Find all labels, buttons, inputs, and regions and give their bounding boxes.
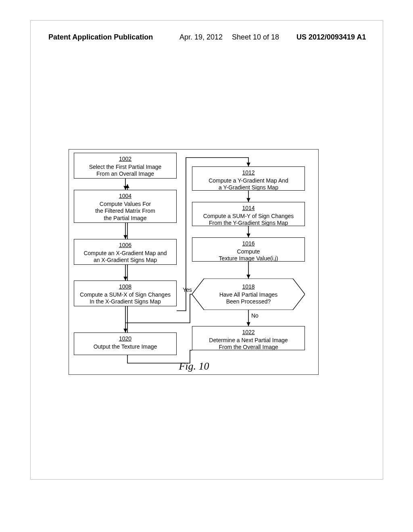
publication-type: Patent Application Publication [48, 33, 153, 42]
step-1012: 1012 Compute a Y-Gradient Map Anda Y-Gra… [192, 166, 305, 191]
step-1022: 1022 Determine a Next Partial ImageFrom … [192, 326, 305, 350]
decision-1018: 1018 Have All Partial ImagesBeen Process… [192, 278, 305, 310]
step-text: Compute a Y-Gradient Map Anda Y-Gradient… [209, 177, 288, 191]
step-text: Output the Texture Image [94, 343, 157, 350]
step-text: Compute a SUM-Y of Sign ChangesFrom the … [203, 213, 294, 227]
step-ref: 1016 [195, 240, 302, 247]
publication-number: US 2012/0093419 A1 [296, 33, 366, 42]
decision-yes-label: Yes [183, 287, 192, 293]
step-text: Have All Partial ImagesBeen Processed? [219, 291, 278, 305]
sheet-number: Sheet 10 of 18 [232, 33, 279, 42]
step-ref: 1022 [195, 329, 302, 336]
step-1002: 1002 Select the First Partial ImageFrom … [74, 153, 177, 179]
step-ref: 1002 [77, 156, 174, 163]
step-1008: 1008 Compute a SUM-X of Sign ChangesIn t… [74, 281, 177, 306]
step-text: Compute Values Forthe Filtered Matrix Fr… [95, 201, 155, 221]
step-text: Select the First Partial ImageFrom an Ov… [89, 164, 162, 177]
step-ref: 1014 [195, 205, 302, 212]
step-ref: 1006 [77, 242, 174, 249]
step-ref: 1012 [195, 169, 302, 177]
step-1016: 1016 ComputeTexture Image Value(i,j) [192, 237, 305, 262]
step-1020: 1020 Output the Texture Image [74, 332, 177, 355]
figure-caption: Fig. 10 [69, 360, 319, 372]
decision-no-label: No [251, 312, 259, 319]
step-1004: 1004 Compute Values Forthe Filtered Matr… [74, 190, 177, 223]
step-text: Compute an X-Gradient Map andan X-Gradie… [83, 250, 167, 264]
step-ref: 1004 [77, 193, 174, 200]
publication-date: Apr. 19, 2012 [179, 33, 223, 42]
step-ref: 1018 [192, 283, 305, 291]
step-ref: 1020 [77, 335, 174, 343]
step-text: ComputeTexture Image Value(i,j) [219, 248, 278, 262]
flowchart: 1002 Select the First Partial ImageFrom … [69, 149, 319, 375]
step-1014: 1014 Compute a SUM-Y of Sign ChangesFrom… [192, 202, 305, 226]
step-text: Compute a SUM-X of Sign ChangesIn the X-… [80, 291, 171, 305]
step-1006: 1006 Compute an X-Gradient Map andan X-G… [74, 239, 177, 265]
step-ref: 1008 [77, 283, 174, 291]
step-text: Determine a Next Partial ImageFrom the O… [209, 337, 288, 351]
